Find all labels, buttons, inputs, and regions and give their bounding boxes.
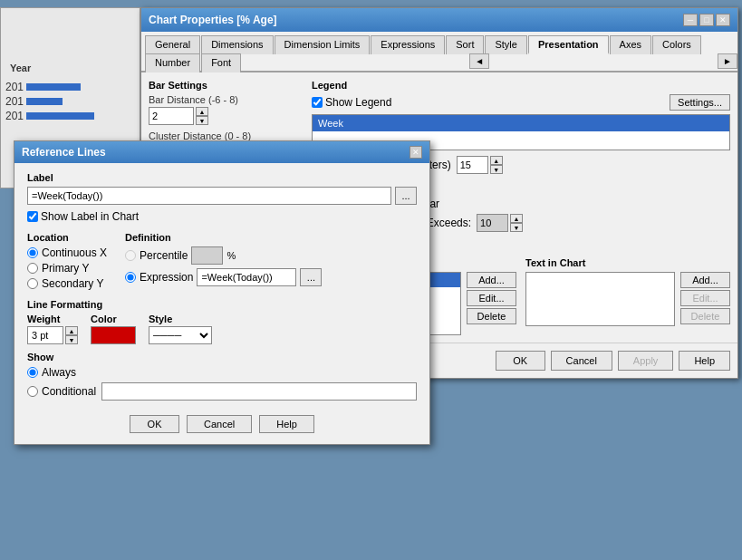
chart-bar-row: 201 [5, 110, 94, 122]
definition-label: Definition [125, 232, 417, 243]
chart-bars-container: 201 201 201 [5, 81, 94, 124]
text-chart-delete-button[interactable]: Delete [680, 308, 730, 324]
tab-colors[interactable]: Colors [652, 35, 701, 54]
ref-lines-edit-button[interactable]: Edit... [467, 290, 516, 306]
tab-dimensions[interactable]: Dimensions [201, 35, 273, 54]
chart-year-label: Year [10, 63, 31, 73]
legend-settings-button[interactable]: Settings... [670, 94, 730, 111]
tab-scroll-left[interactable]: ◄ [469, 53, 489, 69]
dialog-close-button[interactable]: ✕ [410, 146, 422, 159]
expression-browse-button[interactable]: ... [300, 268, 322, 286]
primary-y-radio[interactable] [27, 263, 38, 274]
dialog-cancel-button[interactable]: Cancel [187, 415, 252, 433]
when-exceeds-spinrow: ▲ ▼ [477, 214, 523, 232]
location-label: Location [27, 232, 107, 243]
limit-legend-down[interactable]: ▼ [490, 165, 503, 174]
style-col: Style ──── - - - ····· [149, 314, 212, 344]
show-label-in-chart-row: Show Label in Chart [27, 210, 417, 223]
limit-legend-up[interactable]: ▲ [490, 156, 503, 165]
expression-radio-label[interactable]: Expression [125, 271, 193, 284]
weight-input[interactable] [27, 326, 63, 344]
dialog-help-button[interactable]: Help [259, 415, 314, 433]
dialog-bottom-buttons: OK Cancel Help [27, 408, 417, 435]
conditional-radio-label[interactable]: Conditional [27, 385, 96, 398]
tab-number[interactable]: Number [145, 53, 200, 72]
dialog-label-browse-button[interactable]: ... [395, 187, 417, 205]
when-exceeds-input[interactable] [477, 214, 508, 232]
chart-bar [26, 83, 81, 91]
tab-style[interactable]: Style [485, 35, 526, 54]
weight-col: Weight ▲ ▼ [27, 314, 78, 344]
secondary-y-radio[interactable] [27, 278, 38, 289]
show-legend-checkbox-label[interactable]: Show Legend [312, 96, 391, 109]
tab-scroll-right[interactable]: ► [718, 53, 737, 69]
text-chart-panel: Add... Edit... Delete [525, 272, 730, 326]
weight-up[interactable]: ▲ [65, 326, 78, 335]
tab-font[interactable]: Font [201, 53, 241, 72]
bar-distance-input[interactable] [149, 107, 194, 125]
continuous-x-radio-label[interactable]: Continuous X [27, 246, 107, 259]
text-in-chart-label: Text in Chart [525, 257, 730, 268]
tab-bar: General Dimensions Dimension Limits Expr… [141, 32, 737, 72]
when-exceeds-up[interactable]: ▲ [510, 214, 523, 223]
tab-expressions[interactable]: Expressions [371, 35, 445, 54]
text-chart-add-button[interactable]: Add... [680, 272, 730, 288]
continuous-x-radio[interactable] [27, 247, 38, 258]
conditional-radio[interactable] [27, 386, 38, 397]
ref-lines-delete-button[interactable]: Delete [467, 308, 516, 324]
reference-lines-dialog: Reference Lines ✕ Label ... Show Label i… [14, 140, 430, 445]
percentile-input[interactable] [191, 246, 223, 265]
show-legend-checkbox[interactable] [312, 97, 323, 108]
when-exceeds-spinner: ▲ ▼ [510, 214, 523, 232]
show-label-in-chart-text: Show Label in Chart [41, 210, 139, 223]
bar-distance-down[interactable]: ▼ [196, 116, 208, 125]
weight-down[interactable]: ▼ [65, 335, 78, 344]
dialog-title: Reference Lines [22, 146, 106, 159]
always-radio-label[interactable]: Always [27, 366, 417, 379]
primary-y-text: Primary Y [42, 262, 89, 275]
always-radio[interactable] [27, 367, 38, 378]
weight-spinrow: ▲ ▼ [27, 326, 78, 344]
tab-presentation[interactable]: Presentation [528, 35, 609, 54]
close-button[interactable]: ✕ [716, 14, 730, 26]
weight-col-label: Weight [27, 314, 78, 324]
text-chart-list[interactable] [525, 272, 675, 326]
percentile-radio[interactable] [125, 250, 136, 261]
chart-bar [26, 98, 63, 105]
when-exceeds-down[interactable]: ▼ [510, 223, 523, 232]
tab-sort[interactable]: Sort [446, 35, 484, 54]
ok-button[interactable]: OK [496, 351, 545, 371]
style-select[interactable]: ──── - - - ····· [149, 326, 212, 344]
maximize-button[interactable]: □ [699, 14, 714, 26]
text-in-chart-section: Text in Chart Add... Edit... Delete [525, 257, 730, 335]
text-chart-edit-button[interactable]: Edit... [680, 290, 730, 306]
tab-dimension-limits[interactable]: Dimension Limits [275, 35, 371, 54]
limit-legend-spinner: ▲ ▼ [490, 156, 503, 174]
conditional-input[interactable] [101, 382, 417, 401]
minimize-button[interactable]: ─ [683, 14, 698, 26]
tab-general[interactable]: General [145, 35, 200, 54]
percentile-radio-label[interactable]: Percentile [125, 249, 188, 262]
dialog-label-input[interactable] [27, 187, 391, 205]
help-button[interactable]: Help [679, 351, 730, 371]
primary-y-radio-label[interactable]: Primary Y [27, 262, 107, 275]
show-label-in-chart-checkbox[interactable] [27, 211, 38, 222]
cancel-button[interactable]: Cancel [551, 351, 612, 371]
legend-header-row: Show Legend Settings... [312, 94, 730, 111]
expression-input[interactable] [197, 268, 296, 286]
chart-bar-row: 201 [5, 81, 94, 93]
location-definition-row: Location Continuous X Primary Y Secondar… [27, 232, 417, 290]
limit-legend-input[interactable] [457, 156, 488, 174]
legend-item-week[interactable]: Week [313, 115, 729, 131]
tab-axes[interactable]: Axes [610, 35, 651, 54]
line-formatting-row: Weight ▲ ▼ Color Style [27, 314, 417, 344]
bar-distance-up[interactable]: ▲ [196, 107, 208, 116]
apply-button[interactable]: Apply [618, 351, 674, 371]
color-swatch[interactable] [91, 326, 136, 344]
secondary-y-radio-label[interactable]: Secondary Y [27, 277, 107, 290]
bar-distance-row: ▲ ▼ [149, 107, 303, 125]
dialog-ok-button[interactable]: OK [130, 415, 179, 433]
conditional-row: Conditional [27, 382, 417, 401]
expression-radio[interactable] [125, 272, 136, 283]
ref-lines-add-button[interactable]: Add... [467, 272, 516, 288]
